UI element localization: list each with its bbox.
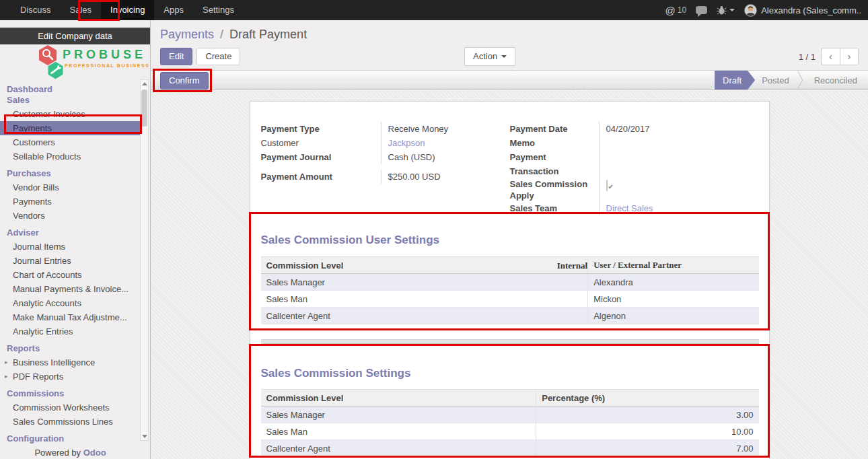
sidebar-item-pdf-reports[interactable]: ▸PDF Reports bbox=[0, 369, 150, 384]
sidebar: Edit Company data PROBUSE PROFESSIONAL B… bbox=[0, 20, 151, 459]
memo-label: Memo bbox=[510, 136, 599, 150]
edit-button[interactable]: Edit bbox=[160, 48, 192, 65]
payment-journal-value: Cash (USD) bbox=[381, 150, 510, 164]
sidebar-item-label: Customer Invoices bbox=[13, 109, 85, 119]
sidebar-item-journal-entries[interactable]: Journal Entries bbox=[0, 254, 150, 268]
sidebar-item-commission-worksheets[interactable]: Commission Worksheets bbox=[0, 400, 150, 415]
payment-journal-label: Payment Journal bbox=[261, 150, 381, 164]
nav-item-discuss[interactable]: Discuss bbox=[11, 0, 61, 20]
create-button[interactable]: Create bbox=[196, 48, 240, 65]
nav-item-sales[interactable]: Sales bbox=[61, 0, 102, 20]
column-header-commission-level: Commission Level bbox=[261, 257, 588, 274]
sidebar-item-business-intelligence[interactable]: ▸Business Intelligence bbox=[0, 355, 150, 369]
logo-wrench-icon bbox=[46, 61, 65, 79]
powered-by: Powered by Odoo bbox=[0, 448, 141, 458]
nav-item-invoicing[interactable]: Invoicing bbox=[101, 0, 154, 20]
breadcrumb-separator: / bbox=[217, 28, 226, 41]
edit-company-button[interactable]: Edit Company data bbox=[0, 28, 150, 44]
confirm-button[interactable]: Confirm bbox=[160, 72, 209, 90]
sidebar-item-vendors[interactable]: Vendors bbox=[0, 209, 150, 223]
table-row[interactable]: Callcenter Agent 7.00 bbox=[261, 440, 759, 457]
sidebar-item-journal-items[interactable]: Journal Items bbox=[0, 240, 150, 254]
sales-team-link[interactable]: Direct Sales bbox=[606, 203, 653, 213]
odoo-link[interactable]: Odoo bbox=[83, 448, 106, 458]
form-statusbar: Confirm Draft Posted Reconciled bbox=[151, 70, 868, 90]
status-step-posted: Posted bbox=[755, 71, 795, 90]
sidebar-item-label: PDF Reports bbox=[13, 372, 63, 382]
sidebar-item-analytic-accounts[interactable]: Analytic Accounts bbox=[0, 296, 150, 310]
table-row[interactable]: Sales Manager 3.00 bbox=[261, 407, 759, 423]
table-row[interactable]: Sales Man Mickon bbox=[261, 291, 759, 308]
expand-arrow-icon: ▸ bbox=[5, 369, 8, 384]
sidebar-item-label: Vendor Bills bbox=[13, 182, 59, 192]
nav-item-apps[interactable]: Apps bbox=[154, 0, 193, 20]
cell-user: Mickon bbox=[588, 291, 759, 308]
status-step-draft: Draft bbox=[715, 71, 755, 90]
sidebar-item-vendor-payments[interactable]: Payments bbox=[0, 195, 150, 209]
sidebar-section-sales[interactable]: Sales bbox=[0, 94, 150, 107]
systray: @ 10 bbox=[665, 0, 868, 20]
customer-link[interactable]: Jackpson bbox=[388, 138, 425, 148]
at-icon: @ bbox=[665, 5, 676, 16]
debug-menu[interactable] bbox=[717, 5, 735, 15]
sidebar-item-label: Payments bbox=[13, 123, 52, 133]
sidebar-item-sellable-products[interactable]: Sellable Products bbox=[0, 149, 150, 164]
sales-team-label: Sales Team bbox=[510, 201, 599, 215]
logo-title: PROBUSE bbox=[63, 48, 146, 62]
breadcrumb-current: Draft Payment bbox=[229, 28, 307, 41]
messages-icon[interactable] bbox=[696, 6, 707, 14]
avatar bbox=[744, 4, 757, 17]
step-chevron-icon bbox=[797, 71, 806, 90]
table-row[interactable]: Sales Manager Alexandra bbox=[261, 274, 759, 291]
activities-indicator[interactable]: @ 10 bbox=[665, 5, 687, 16]
expand-arrow-icon: ▸ bbox=[5, 355, 8, 369]
sales-commission-apply-checkbox[interactable] bbox=[606, 180, 608, 191]
column-header-commission-level: Commission Level bbox=[261, 390, 536, 407]
table-row[interactable]: Sales Man 10.00 bbox=[261, 423, 759, 440]
sidebar-section-adviser[interactable]: Adviser bbox=[0, 226, 150, 240]
user-menu[interactable]: Alexandra (Sales_comm.. bbox=[744, 4, 861, 17]
customer-label: Customer bbox=[261, 136, 381, 150]
pager-previous-button[interactable]: ‹ bbox=[821, 48, 840, 65]
sidebar-item-vendor-bills[interactable]: Vendor Bills bbox=[0, 180, 150, 195]
sales-commission-apply-label: Sales Commission Apply bbox=[510, 178, 599, 201]
statusbar-steps: Draft Posted Reconciled bbox=[715, 71, 868, 90]
sidebar-section-reports[interactable]: Reports bbox=[0, 342, 150, 355]
sidebar-scrollbar[interactable] bbox=[140, 79, 149, 441]
sidebar-section-purchases[interactable]: Purchases bbox=[0, 167, 150, 180]
sidebar-item-chart-of-accounts[interactable]: Chart of Accounts bbox=[0, 268, 150, 282]
activities-count: 10 bbox=[678, 5, 686, 15]
cell-commission-level: Sales Man bbox=[261, 291, 588, 308]
header-overflow-text: Internal bbox=[557, 257, 588, 274]
sidebar-item-payments[interactable]: Payments bbox=[0, 121, 141, 135]
sidebar-item-make-manual-tax-adjustments[interactable]: Make Manual Tax Adjustme... bbox=[0, 310, 150, 324]
table-row[interactable]: Callcenter Agent Algenon bbox=[261, 308, 759, 324]
sidebar-item-customers[interactable]: Customers bbox=[0, 135, 150, 149]
nav-item-settings[interactable]: Settings bbox=[193, 0, 244, 20]
pager-next-button[interactable]: › bbox=[840, 48, 859, 65]
sidebar-item-manual-payments-invoices[interactable]: Manual Payments & Invoice... bbox=[0, 282, 150, 296]
chevron-down-icon bbox=[729, 9, 735, 14]
commission-settings-section: Sales Commission Settings Commission Lev… bbox=[261, 366, 758, 457]
action-dropdown[interactable]: Action bbox=[464, 47, 515, 66]
sidebar-item-label: Commission Worksheets bbox=[13, 402, 110, 413]
sidebar-item-label: Make Manual Tax Adjustme... bbox=[13, 312, 127, 322]
sidebar-item-customer-invoices[interactable]: Customer Invoices bbox=[0, 107, 150, 121]
memo-value bbox=[599, 136, 758, 150]
cell-commission-level: Sales Man bbox=[261, 423, 536, 440]
scroll-down-icon[interactable] bbox=[142, 435, 147, 438]
sidebar-section-configuration[interactable]: Configuration bbox=[0, 432, 150, 446]
payment-transaction-label: Payment Transaction bbox=[510, 150, 599, 178]
breadcrumb-payments[interactable]: Payments bbox=[160, 28, 214, 41]
commission-settings-title: Sales Commission Settings bbox=[261, 366, 758, 380]
sidebar-item-label: Manual Payments & Invoice... bbox=[13, 284, 129, 294]
scroll-up-icon[interactable] bbox=[142, 82, 147, 85]
payment-type-value: Receive Money bbox=[381, 122, 510, 136]
screen: Discuss Sales Invoicing Apps Settings @ … bbox=[0, 0, 868, 459]
cell-commission-level: Sales Manager bbox=[261, 274, 588, 291]
sidebar-section-commissions[interactable]: Commissions bbox=[0, 387, 150, 400]
sidebar-item-sales-commissions-lines[interactable]: Sales Commissions Lines bbox=[0, 415, 150, 429]
sidebar-item-analytic-entries[interactable]: Analytic Entries bbox=[0, 324, 150, 339]
cell-user: Algenon bbox=[588, 308, 759, 324]
scrollbar-thumb[interactable] bbox=[141, 90, 147, 127]
